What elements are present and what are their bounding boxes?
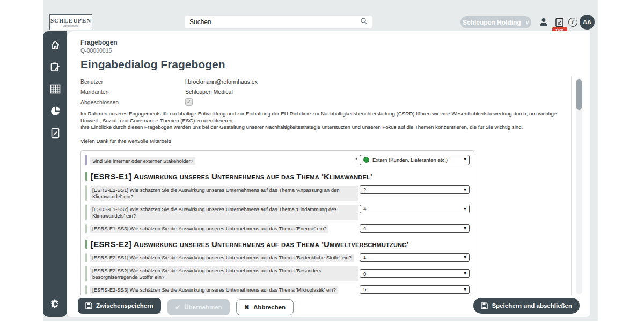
question-label: [ESRS-E1-SS1] Wie schätzen Sie die Auswi… xyxy=(90,186,358,201)
field-label: Mandanten xyxy=(80,89,185,95)
chevron-down-icon: ∨ xyxy=(525,19,529,25)
close-icon: ✖ xyxy=(244,303,250,311)
search-placeholder: Suchen xyxy=(189,18,360,26)
apply-button: ✔ Übernehmen xyxy=(167,299,229,315)
settings-gear-icon[interactable] xyxy=(43,299,67,309)
field-row-mandanten: Mandanten Schleupen Medical xyxy=(80,86,566,97)
select-value: 2 xyxy=(363,186,366,192)
question-label: [ESRS-E2-SS1] Wie schätzen Sie die Auswi… xyxy=(90,254,354,262)
intro-paragraph-2: Ihre Einblicke durch diesen Fragebogen w… xyxy=(80,124,565,131)
question-marker xyxy=(85,285,87,294)
page-title: Eingabedialog Fragebogen xyxy=(80,58,225,71)
question-marker xyxy=(85,205,87,220)
breadcrumb: Fragebogen xyxy=(80,39,118,46)
question-marker xyxy=(85,185,87,201)
question-marker xyxy=(85,155,87,165)
check-icon: ✔ xyxy=(175,303,180,311)
field-row-benutzer: Benutzer l.brockmann@reformhaus.ex xyxy=(80,76,566,86)
question-label: [ESRS-E2-SS3] Wie schätzen Sie die Auswi… xyxy=(90,286,338,294)
question-row: [ESRS-E2-SS3] Wie schätzen Sie die Auswi… xyxy=(85,285,470,294)
info-icon[interactable]: i xyxy=(567,16,579,28)
thanks-text: Vielen Dank für Ihre wertvolle Mitarbeit… xyxy=(80,138,566,144)
question-row: [ESRS-E2-SS1] Wie schätzen Sie die Auswi… xyxy=(85,253,470,262)
scrollbar-thumb[interactable] xyxy=(576,79,582,110)
question-label: [ESRS-E1-SS3] Wie schätzen Sie die Auswi… xyxy=(90,225,328,233)
clipboard-edit-icon[interactable] xyxy=(49,61,62,74)
question-row: [ESRS-E1-SS2] Wie schätzen Sie die Auswi… xyxy=(85,205,470,220)
required-marker: * xyxy=(355,157,357,162)
app-window: SCHLEUPEN — Investment — Suchen Schleupe… xyxy=(43,0,598,321)
questionnaire-box: Sind Sie interner oder externer Stakehol… xyxy=(80,150,474,296)
field-value: l.brockmann@reformhaus.ex xyxy=(185,78,258,85)
logo-subtext: — Investment — xyxy=(60,24,83,27)
answer-select[interactable]: 4 xyxy=(360,224,470,233)
answer-select[interactable]: 1 xyxy=(360,253,470,262)
user-profile-icon[interactable] xyxy=(538,16,550,28)
home-icon[interactable] xyxy=(49,39,62,52)
action-bar: Zwischenspeichern ✔ Übernehmen ✖ Abbrech… xyxy=(78,298,580,315)
option-status-dot xyxy=(363,157,369,163)
schleupen-logo[interactable]: SCHLEUPEN — Investment — xyxy=(49,14,92,30)
save-icon xyxy=(481,302,488,309)
save-icon xyxy=(85,302,92,309)
pie-chart-icon[interactable] xyxy=(49,105,62,118)
field-value: Schleupen Medical xyxy=(185,89,233,95)
section-marker xyxy=(85,172,87,181)
question-label: [ESRS-E2-SS2] Wie schätzen Sie die Auswi… xyxy=(90,266,358,281)
main-content-card: Fragebogen Q-00000015 Eingabedialog Frag… xyxy=(67,31,590,317)
section-marker xyxy=(85,240,87,249)
search-input[interactable]: Suchen xyxy=(185,16,372,28)
tasks-clipboard-icon[interactable] xyxy=(553,16,565,28)
form-scroll-region[interactable]: Benutzer l.brockmann@reformhaus.ex Manda… xyxy=(80,76,572,295)
tenant-label: Schleupen Holding xyxy=(463,19,521,26)
document-edit-icon[interactable] xyxy=(49,127,62,140)
top-bar: SCHLEUPEN — Investment — Suchen Schleupe… xyxy=(43,0,598,31)
field-row-abgeschlossen: Abgeschlossen xyxy=(80,97,566,107)
vertical-scrollbar[interactable] xyxy=(576,77,582,294)
question-marker xyxy=(85,266,87,281)
question-row: [ESRS-E2-SS2] Wie schätzen Sie die Auswi… xyxy=(85,266,470,281)
stakeholder-select[interactable]: Extern (Kunden, Lieferanten etc.) xyxy=(360,155,470,165)
save-and-finish-button[interactable]: Speichern und abschließen xyxy=(473,298,580,314)
logo-text: SCHLEUPEN xyxy=(50,17,91,24)
record-id: Q-00000015 xyxy=(80,47,118,54)
question-row: [ESRS-E1-SS3] Wie schätzen Sie die Auswi… xyxy=(85,224,470,233)
answer-select[interactable]: 4 xyxy=(360,205,470,213)
select-value: Extern (Kunden, Lieferanten etc.) xyxy=(372,157,448,163)
intro-paragraph-1: Im Rahmen unseres Engagements für nachha… xyxy=(80,111,565,124)
save-draft-button[interactable]: Zwischenspeichern xyxy=(78,298,161,314)
question-marker xyxy=(85,224,87,233)
answer-select[interactable]: 2 xyxy=(360,185,470,194)
answer-select[interactable]: 5 xyxy=(360,285,470,294)
question-label: Sind Sie interner oder externer Stakehol… xyxy=(90,157,195,165)
section-heading-esrs-e2: [ESRS-E2] Auswirkung unseres Unternehmen… xyxy=(85,240,470,249)
select-value: 4 xyxy=(363,225,366,231)
search-icon[interactable] xyxy=(360,17,368,27)
section-heading-esrs-e1: [ESRS-E1] Auswirkung unseres Unternehmen… xyxy=(85,172,470,181)
question-marker xyxy=(85,253,87,262)
stakeholder-question-row: Sind Sie interner oder externer Stakehol… xyxy=(85,155,470,165)
select-value: 5 xyxy=(363,286,366,292)
field-label: Benutzer xyxy=(80,78,185,85)
avatar[interactable]: AA xyxy=(580,15,595,30)
abgeschlossen-checkbox[interactable] xyxy=(185,98,193,106)
field-label: Abgeschlossen xyxy=(80,99,185,105)
question-label: [ESRS-E1-SS2] Wie schätzen Sie die Auswi… xyxy=(90,205,358,220)
answer-select[interactable]: 0 xyxy=(360,269,470,278)
select-value: 4 xyxy=(363,206,366,212)
tenant-selector-button[interactable]: Schleupen Holding ∨ xyxy=(460,16,531,28)
table-icon[interactable] xyxy=(49,83,62,96)
select-value: 1 xyxy=(363,254,366,260)
select-value: 0 xyxy=(363,271,366,277)
sidebar-nav xyxy=(43,31,67,317)
cancel-button[interactable]: ✖ Abbrechen xyxy=(236,299,294,315)
question-row: [ESRS-E1-SS1] Wie schätzen Sie die Auswi… xyxy=(85,185,470,201)
